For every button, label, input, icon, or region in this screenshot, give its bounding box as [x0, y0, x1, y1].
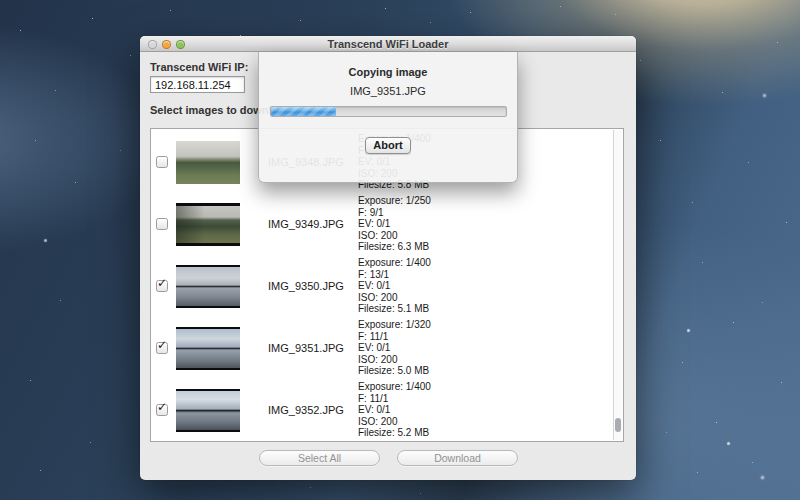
image-checkbox[interactable] [156, 218, 168, 230]
exif-line: EV: 0/1 [358, 280, 431, 292]
exif-line: Exposure: 1/320 [358, 319, 431, 331]
scrollbar-thumb[interactable] [615, 418, 621, 432]
image-checkbox[interactable]: ✓ [156, 342, 168, 354]
exif-line: Filesize: 5.2 MB [358, 427, 431, 439]
image-list-row: ✓ IMG_9352.JPG Exposure: 1/400F: 11/1EV:… [151, 379, 612, 441]
image-checkbox[interactable]: ✓ [156, 280, 168, 292]
exif-line: F: 11/1 [358, 393, 431, 405]
image-filename: IMG_9352.JPG [268, 404, 356, 416]
image-exif: Exposure: 1/400F: 13/1EV: 0/1ISO: 200Fil… [358, 257, 431, 315]
image-thumbnail [176, 327, 240, 370]
image-checkbox[interactable] [156, 156, 168, 168]
exif-line: ISO: 200 [358, 230, 431, 242]
ip-label: Transcend WiFi IP: [150, 61, 248, 73]
dialog-filename: IMG_9351.JPG [350, 85, 426, 97]
download-button[interactable]: Download [397, 450, 518, 466]
abort-button[interactable]: Abort [365, 137, 411, 154]
select-all-button[interactable]: Select All [259, 450, 380, 466]
exif-line: F: 13/1 [358, 269, 431, 281]
exif-line: ISO: 200 [358, 416, 431, 428]
window-title: Transcend WiFi Loader [140, 38, 636, 50]
exif-line: ISO: 200 [358, 354, 431, 366]
exif-line: EV: 0/1 [358, 404, 431, 416]
checkmark-icon: ✓ [157, 401, 167, 413]
image-exif: Exposure: 1/250F: 9/1EV: 0/1ISO: 200File… [358, 195, 431, 253]
image-thumbnail [176, 389, 240, 432]
image-list-row: ✓ IMG_9351.JPG Exposure: 1/320F: 11/1EV:… [151, 317, 612, 379]
dialog-title: Copying image [349, 66, 428, 78]
scrollbar[interactable] [613, 130, 622, 440]
copying-dialog: Copying image IMG_9351.JPG Abort [258, 52, 518, 183]
image-filename: IMG_9349.JPG [268, 218, 356, 230]
checkmark-icon: ✓ [157, 277, 167, 289]
desktop-wallpaper: Transcend WiFi Loader Transcend WiFi IP:… [0, 0, 800, 500]
image-thumbnail [176, 141, 240, 184]
image-filename: IMG_9351.JPG [268, 342, 356, 354]
image-list-row: ✓ IMG_9350.JPG Exposure: 1/400F: 13/1EV:… [151, 255, 612, 317]
exif-line: EV: 0/1 [358, 218, 431, 230]
image-exif: Exposure: 1/320F: 11/1EV: 0/1ISO: 200Fil… [358, 319, 431, 377]
window-titlebar[interactable]: Transcend WiFi Loader [140, 36, 636, 52]
checkmark-icon: ✓ [157, 339, 167, 351]
image-checkbox[interactable]: ✓ [156, 404, 168, 416]
image-thumbnail [176, 265, 240, 308]
exif-line: Filesize: 5.1 MB [358, 303, 431, 315]
copy-progress-fill [271, 107, 337, 116]
exif-line: F: 11/1 [358, 331, 431, 343]
exif-line: Filesize: 5.0 MB [358, 365, 431, 377]
app-window: Transcend WiFi Loader Transcend WiFi IP:… [140, 36, 636, 480]
exif-line: ISO: 200 [358, 292, 431, 304]
image-filename: IMG_9350.JPG [268, 280, 356, 292]
exif-line: EV: 0/1 [358, 342, 431, 354]
exif-line: Exposure: 1/400 [358, 257, 431, 269]
image-list-row: IMG_9349.JPG Exposure: 1/250F: 9/1EV: 0/… [151, 193, 612, 255]
image-exif: Exposure: 1/400F: 11/1EV: 0/1ISO: 200Fil… [358, 381, 431, 439]
image-thumbnail [176, 203, 240, 246]
copy-progress-bar [270, 106, 507, 117]
ip-input[interactable] [150, 76, 245, 93]
wallpaper-stars [0, 0, 1, 1]
exif-line: F: 9/1 [358, 207, 431, 219]
exif-line: Exposure: 1/250 [358, 195, 431, 207]
exif-line: Filesize: 6.3 MB [358, 241, 431, 253]
exif-line: Exposure: 1/400 [358, 381, 431, 393]
